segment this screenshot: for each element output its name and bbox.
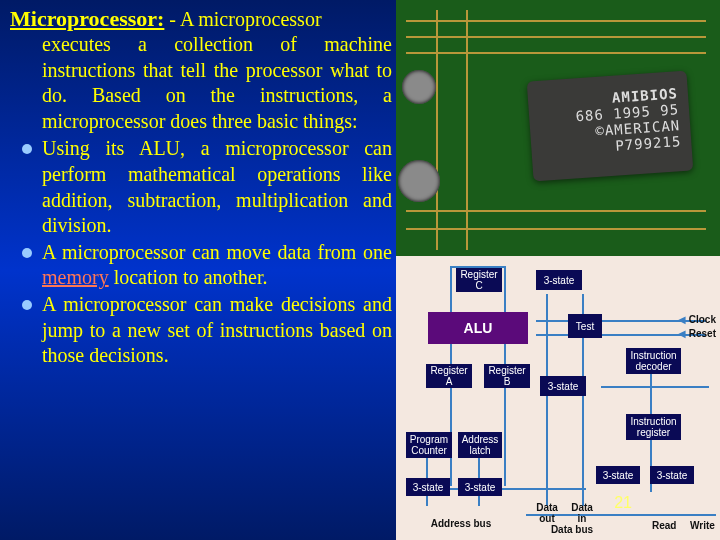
tristate-box: 3-state — [458, 478, 502, 496]
slide-title: Microprocessor: — [10, 6, 164, 31]
write-label: Write — [690, 520, 715, 531]
chip-label: AMIBIOS 686 1995 95 ©AMERICAN P799215 — [527, 71, 694, 182]
address-bus-label: Address bus — [416, 518, 506, 529]
tristate-box: 3-state — [650, 466, 694, 484]
list-item: A microprocessor can make decisions and … — [18, 292, 392, 369]
page-number: 21 — [614, 494, 632, 512]
chip-photo: AMIBIOS 686 1995 95 ©AMERICAN P799215 — [396, 0, 720, 256]
list-item: A microprocessor can move data from one … — [18, 240, 392, 291]
data-bus-label: Data bus — [544, 524, 600, 535]
text-column: Microprocessor: - A microprocessor execu… — [0, 0, 394, 376]
read-label: Read — [652, 520, 676, 531]
clock-label: Clock — [689, 314, 716, 325]
register-a-box: Register A — [426, 364, 472, 388]
bullet-text: A microprocessor can make decisions and … — [42, 293, 392, 366]
tristate-box: 3-state — [536, 270, 582, 290]
slide: Microprocessor: - A microprocessor execu… — [0, 0, 720, 540]
intro-paragraph: executes a collection of machine instruc… — [8, 32, 392, 134]
bullet-text: A microprocessor can move data from one — [42, 241, 392, 263]
memory-link[interactable]: memory — [42, 266, 109, 288]
list-item: Using its ALU, a microprocessor can perf… — [18, 136, 392, 238]
address-latch-box: Address latch — [458, 432, 502, 458]
register-b-box: Register B — [484, 364, 530, 388]
data-in-label: Data in — [568, 502, 596, 524]
tristate-box: 3-state — [540, 376, 586, 396]
register-c-box: Register C — [456, 268, 502, 292]
arrow-icon: ◄ — [675, 312, 688, 327]
tristate-box: 3-state — [596, 466, 640, 484]
tristate-box: 3-state — [406, 478, 450, 496]
arrow-icon: ◄ — [675, 326, 688, 341]
bullet-list: Using its ALU, a microprocessor can perf… — [8, 136, 392, 368]
bullet-text: location to another. — [109, 266, 268, 288]
data-out-label: Data out — [532, 502, 562, 524]
test-box: Test — [568, 314, 602, 338]
title-line: Microprocessor: - A microprocessor — [8, 6, 392, 32]
instruction-register-box: Instruction register — [626, 414, 681, 440]
title-remainder: - A microprocessor — [164, 8, 321, 30]
reset-label: Reset — [689, 328, 716, 339]
block-diagram: Register C 3-state ALU Test Instruction … — [396, 256, 720, 540]
bullet-text: Using its ALU, a microprocessor can perf… — [42, 137, 392, 236]
alu-box: ALU — [428, 312, 528, 344]
program-counter-box: Program Counter — [406, 432, 452, 458]
instruction-decoder-box: Instruction decoder — [626, 348, 681, 374]
